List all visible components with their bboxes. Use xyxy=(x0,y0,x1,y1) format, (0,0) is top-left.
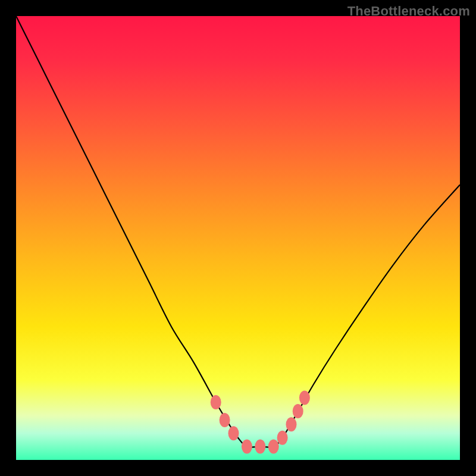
curve-marker xyxy=(299,391,310,405)
chart-frame: TheBottleneck.com xyxy=(0,0,476,476)
curve-marker xyxy=(255,440,265,454)
bottleneck-curve xyxy=(16,16,460,447)
curve-marker xyxy=(228,426,239,440)
curve-layer xyxy=(16,16,460,460)
marker-group xyxy=(211,391,310,454)
curve-marker xyxy=(220,413,230,427)
curve-marker xyxy=(268,440,279,454)
curve-marker xyxy=(242,440,252,454)
plot-area xyxy=(16,16,460,460)
watermark-text: TheBottleneck.com xyxy=(347,4,470,19)
curve-marker xyxy=(293,404,303,418)
curve-marker xyxy=(211,395,221,409)
curve-marker xyxy=(286,417,297,431)
curve-marker xyxy=(277,431,288,445)
